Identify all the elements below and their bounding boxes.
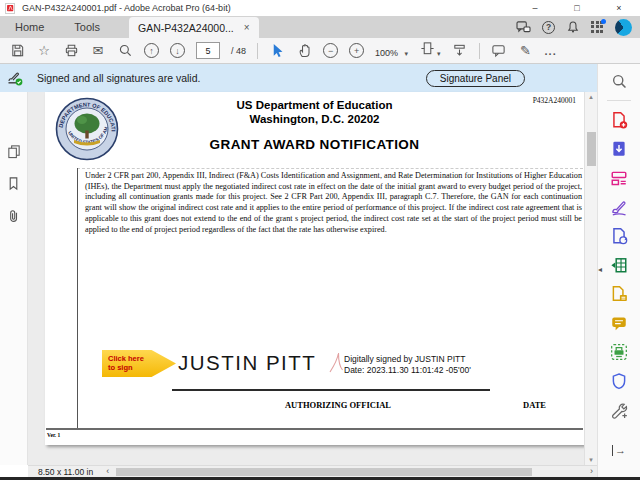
page-display-dropdown[interactable]: ▾ [419, 41, 441, 61]
organize-pages-icon[interactable] [609, 168, 629, 188]
combine-files-icon[interactable] [609, 284, 629, 304]
acrobat-app-icon [5, 3, 16, 14]
chevron-down-icon: ▾ [405, 50, 409, 57]
fill-and-sign-icon[interactable] [609, 197, 629, 217]
toolbar-separator [479, 43, 480, 59]
scan-ocr-icon[interactable] [609, 342, 629, 362]
print-icon[interactable] [63, 43, 79, 59]
authorizing-official-label: AUTHORIZING OFFICIAL [248, 400, 428, 410]
panel-comment-icon[interactable] [609, 313, 629, 333]
previous-page-icon[interactable]: ↑ [144, 43, 159, 58]
hand-tool-icon[interactable] [296, 43, 312, 59]
window-title: GAN-P432A240001.pdf - Adobe Acrobat Pro … [22, 3, 231, 13]
zoom-level-value: 100% [375, 48, 398, 58]
title-bar: GAN-P432A240001.pdf - Adobe Acrobat Pro … [0, 0, 640, 16]
scroll-right-icon[interactable]: › [586, 466, 597, 477]
page-number-input[interactable]: 5 [196, 42, 220, 59]
document-header-line2: Washington, D.C. 20202 [45, 113, 584, 125]
vertical-scrollbar-thumb[interactable] [587, 132, 596, 166]
horizontal-scrollbar-thumb[interactable] [116, 468, 532, 476]
vertical-scrollbar[interactable]: ▴ ▾ [584, 92, 597, 465]
signature-name: JUSTIN PITT [178, 351, 316, 375]
collapse-panel-icon[interactable]: ◂ [598, 265, 602, 274]
tab-document[interactable]: GAN-P432A24000... × [129, 17, 259, 38]
search-icon[interactable] [117, 43, 133, 59]
digital-signature-details: Digitally signed by JUSTIN PITT Date: 20… [344, 354, 471, 375]
zoom-in-icon[interactable]: + [349, 43, 364, 58]
export-excel-icon[interactable] [609, 255, 629, 275]
signature-flourish-icon [328, 351, 343, 375]
tab-document-label: GAN-P432A24000... [138, 22, 234, 34]
select-tool-icon[interactable] [269, 43, 285, 59]
scroll-down-icon[interactable]: ▾ [585, 456, 597, 464]
left-navigation-rail [0, 92, 28, 465]
table-bottom-border [46, 428, 583, 430]
account-avatar[interactable] [615, 19, 632, 36]
minimize-button[interactable]: – [514, 0, 556, 16]
document-canvas[interactable]: P432A240001 DEPARTMENT OF EDUCATION UNIT… [28, 92, 584, 465]
chevron-down-icon: ▾ [437, 50, 441, 57]
signature-valid-icon[interactable] [6, 69, 24, 87]
zoom-out-icon[interactable]: − [323, 43, 338, 58]
click-here-to-sign-arrow[interactable]: Click here to sign [102, 350, 176, 377]
pdf-page[interactable]: P432A240001 DEPARTMENT OF EDUCATION UNIT… [45, 92, 584, 445]
table-top-border [77, 168, 583, 169]
signature-panel-button[interactable]: Signature Panel [426, 70, 525, 87]
maximize-button[interactable]: □ [556, 0, 598, 16]
date-label: DATE [523, 400, 546, 410]
bookmarks-icon[interactable] [6, 176, 21, 191]
fill-sign-pencil-icon[interactable]: ✎ [518, 43, 534, 59]
signature-status-message: Signed and all signatures are valid. [37, 72, 200, 84]
main-toolbar: ☆ ✉ ↑ ↓ 5 / 48 − + 100% ▾ ▾ [0, 38, 640, 64]
digital-signature-line1: Digitally signed by JUSTIN PITT [344, 354, 471, 365]
zoom-level-dropdown[interactable]: 100% ▾ [375, 42, 408, 60]
more-tools-ellipsis-icon[interactable]: ... [545, 45, 557, 57]
page-size-indicator: 8.50 x 11.00 in [28, 467, 102, 477]
page-thumbnails-icon[interactable] [6, 144, 22, 159]
export-pdf-icon[interactable] [609, 139, 629, 159]
notification-bell-icon[interactable] [566, 20, 580, 34]
attachments-paperclip-icon[interactable] [6, 208, 21, 224]
protect-pdf-icon[interactable] [609, 371, 629, 391]
horizontal-scrollbar[interactable]: 8.50 x 11.00 in ‹ › [28, 465, 597, 477]
scrolling-view-icon[interactable] [452, 43, 468, 59]
scroll-up-icon[interactable]: ▴ [585, 93, 597, 101]
save-icon[interactable] [9, 43, 25, 59]
tools-panel: → [597, 64, 640, 480]
signature-line [172, 389, 490, 391]
tab-close-icon[interactable]: × [244, 22, 250, 33]
version-label: Ver. 1 [47, 432, 60, 438]
email-icon[interactable]: ✉ [90, 43, 106, 59]
sign-prompt-line2: to sign [108, 364, 176, 373]
more-tools-icon[interactable] [609, 400, 629, 420]
horizontal-scrollbar-track[interactable] [113, 466, 586, 478]
panel-divider [607, 100, 631, 101]
table-left-border [77, 168, 78, 428]
favorite-star-icon[interactable]: ☆ [36, 43, 52, 59]
tab-tools[interactable]: Tools [59, 17, 115, 38]
expand-panel-icon[interactable]: → [612, 445, 626, 456]
close-button[interactable]: × [598, 0, 640, 16]
grant-body-paragraph: Under 2 CFR part 200, Appendix III, Indi… [85, 171, 582, 235]
next-page-icon[interactable]: ↓ [170, 43, 185, 58]
acrobat-window: GAN-P432A240001.pdf - Adobe Acrobat Pro … [0, 0, 640, 480]
apps-grid-notification-dot [601, 19, 606, 24]
apps-grid-icon[interactable] [591, 21, 604, 34]
toolbar-separator [257, 43, 258, 59]
tab-home[interactable]: Home [0, 17, 59, 38]
comment-icon[interactable] [491, 43, 507, 59]
signature-notification-bar: Signed and all signatures are valid. Sig… [0, 64, 597, 92]
digital-signature-line2: Date: 2023.11.30 11:01:42 -05'00' [344, 365, 471, 376]
fit-page-icon [419, 41, 435, 57]
panel-search-icon[interactable] [609, 71, 629, 91]
tab-bar: Home Tools GAN-P432A24000... × ? [0, 16, 640, 38]
page-count-label: / 48 [231, 46, 246, 56]
feedback-icon[interactable] [516, 21, 531, 34]
help-icon[interactable]: ? [542, 21, 555, 34]
scroll-left-icon[interactable]: ‹ [102, 466, 113, 477]
request-signatures-icon[interactable] [609, 226, 629, 246]
document-title: GRANT AWARD NOTIFICATION [45, 137, 584, 152]
create-pdf-icon[interactable] [609, 110, 629, 130]
document-header-line1: US Department of Education [45, 99, 584, 111]
